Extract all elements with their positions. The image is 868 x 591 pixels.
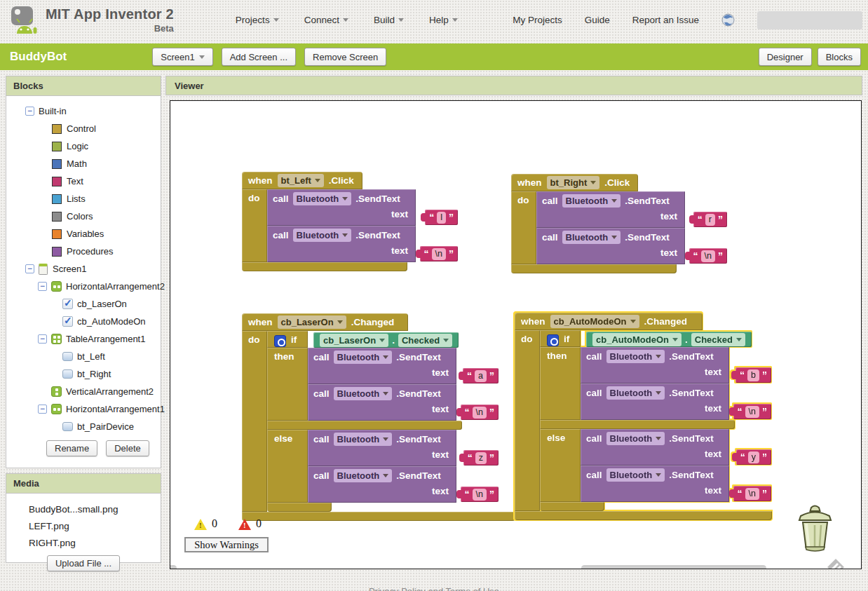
tree-item-lists[interactable]: Lists: [6, 190, 161, 208]
string-value-field[interactable]: r: [705, 214, 715, 226]
tree-item-tablearrangement1[interactable]: TableArrangement1: [6, 330, 161, 348]
designer-view-button[interactable]: Designer: [759, 48, 812, 66]
media-file[interactable]: RIGHT.png: [6, 534, 161, 551]
screen-selector-button[interactable]: Screen1: [152, 48, 212, 66]
account-menu[interactable]: [757, 11, 862, 29]
component-dropdown[interactable]: Bluetooth: [606, 350, 665, 363]
tree-collapse-icon[interactable]: [38, 282, 47, 291]
component-dropdown[interactable]: Bluetooth: [293, 192, 352, 205]
text-string-block[interactable]: \n: [733, 404, 771, 419]
tree-collapse-icon[interactable]: [25, 107, 34, 116]
component-dropdown[interactable]: Bluetooth: [334, 387, 393, 400]
call-block[interactable]: call Bluetooth .SendText text z: [308, 430, 456, 466]
text-string-block[interactable]: \n: [461, 487, 499, 502]
blocks-view-button[interactable]: Blocks: [818, 48, 861, 66]
remove-screen-button[interactable]: Remove Screen: [304, 48, 386, 66]
footer-link[interactable]: Privacy Policy and Terms of Use: [0, 586, 868, 591]
component-dropdown[interactable]: Bluetooth: [334, 351, 393, 364]
event-block-cb-automodeon-changed[interactable]: when cb_AutoModeOn .Changed do if cb_Aut…: [515, 313, 772, 520]
call-block[interactable]: call Bluetooth .SendText text b: [581, 347, 729, 383]
menu-connect[interactable]: Connect: [304, 15, 348, 25]
text-string-block[interactable]: r: [693, 212, 727, 227]
component-dropdown[interactable]: cb_LaserOn: [320, 334, 388, 347]
tree-item-logic[interactable]: Logic: [6, 137, 161, 155]
text-string-block[interactable]: \n: [420, 246, 458, 261]
property-getter-block[interactable]: cb_LaserOn . Checked: [313, 332, 459, 348]
call-block[interactable]: call Bluetooth .SendText text l: [267, 189, 416, 226]
component-dropdown[interactable]: Bluetooth: [606, 386, 665, 400]
property-dropdown[interactable]: Checked: [691, 333, 745, 346]
event-block-bt-left-click[interactable]: when bt_Left .Click do call Bluetooth .S…: [242, 172, 416, 271]
add-screen-button[interactable]: Add Screen ...: [222, 48, 296, 66]
nav-report-issue[interactable]: Report an Issue: [632, 15, 699, 25]
tree-item-horizontalarrangement1[interactable]: HorizontalArrangement1: [6, 400, 161, 418]
tree-item-procedures[interactable]: Procedures: [6, 243, 161, 260]
horizontal-scrollbar-thumb[interactable]: [581, 565, 766, 569]
string-value-field[interactable]: \n: [745, 488, 759, 500]
call-block[interactable]: call Bluetooth .SendText text \n: [536, 228, 685, 264]
tree-collapse-icon[interactable]: [38, 405, 47, 414]
call-block[interactable]: call Bluetooth .SendText text \n: [581, 466, 729, 502]
tree-item-screen1[interactable]: Screen1: [6, 260, 161, 278]
nav-guide[interactable]: Guide: [585, 15, 610, 25]
upload-file-button[interactable]: Upload File ...: [47, 555, 120, 571]
call-block[interactable]: call Bluetooth .SendText text a: [308, 348, 456, 384]
horizontal-scrollbar-stub[interactable]: [170, 565, 177, 569]
event-block-cb-laseron-changed[interactable]: when cb_LaserOn .Changed do if cb_LaserO…: [242, 313, 515, 521]
text-string-block[interactable]: \n: [461, 405, 499, 420]
component-dropdown[interactable]: Bluetooth: [293, 229, 352, 242]
component-dropdown[interactable]: cb_AutoModeOn: [550, 315, 639, 328]
globe-icon[interactable]: [721, 13, 735, 27]
text-string-block[interactable]: \n: [733, 486, 771, 501]
string-value-field[interactable]: \n: [473, 407, 487, 419]
component-dropdown[interactable]: bt_Left: [278, 174, 324, 187]
text-string-block[interactable]: y: [736, 449, 771, 465]
component-dropdown[interactable]: Bluetooth: [562, 231, 621, 244]
menu-help[interactable]: Help: [429, 15, 458, 25]
call-block[interactable]: call Bluetooth .SendText text r: [536, 191, 685, 228]
tree-item-control[interactable]: Control: [6, 120, 161, 137]
string-value-field[interactable]: \n: [745, 406, 759, 418]
tree-item-bt-left[interactable]: bt_Left: [6, 348, 161, 365]
tree-item-bt-pairdevice[interactable]: bt_PairDevice: [6, 418, 161, 435]
error-counter[interactable]: 0: [238, 517, 262, 530]
text-string-block[interactable]: \n: [689, 248, 727, 264]
menu-build[interactable]: Build: [374, 15, 404, 25]
call-block[interactable]: call Bluetooth .SendText text \n: [308, 466, 456, 503]
event-block-bt-right-click[interactable]: when bt_Right .Click do call Bluetooth .…: [511, 174, 685, 273]
if-else-block[interactable]: if cb_LaserOn . Checked then call Blueto…: [267, 331, 462, 512]
string-value-field[interactable]: a: [475, 370, 487, 382]
property-getter-block[interactable]: cb_AutoModeOn . Checked: [586, 332, 752, 347]
show-warnings-button[interactable]: Show Warnings: [184, 537, 269, 552]
tree-item-horizontalarrangement2[interactable]: HorizontalArrangement2: [6, 278, 161, 295]
blocks-canvas[interactable]: when bt_Left .Click do call Bluetooth .S…: [170, 100, 862, 569]
rename-button[interactable]: Rename: [46, 440, 97, 456]
component-dropdown[interactable]: Bluetooth: [334, 469, 393, 482]
tree-item-verticalarrangement2[interactable]: VerticalArrangement2: [6, 383, 161, 400]
component-dropdown[interactable]: Bluetooth: [334, 433, 393, 446]
string-value-field[interactable]: z: [475, 452, 487, 464]
string-value-field[interactable]: \n: [432, 248, 446, 260]
warning-counter[interactable]: 0: [194, 517, 217, 530]
if-else-block[interactable]: if cb_AutoModeOn . Checked then call Blu…: [540, 330, 752, 511]
trash-can-icon[interactable]: [793, 502, 836, 555]
string-value-field[interactable]: l: [437, 212, 446, 224]
component-dropdown[interactable]: Bluetooth: [606, 432, 665, 445]
call-block[interactable]: call Bluetooth .SendText text \n: [308, 384, 456, 421]
string-value-field[interactable]: b: [747, 369, 759, 381]
tree-item-math[interactable]: Math: [6, 155, 161, 172]
tree-item-colors[interactable]: Colors: [6, 208, 161, 225]
media-file[interactable]: BuddyBot...small.png: [6, 501, 161, 517]
call-block[interactable]: call Bluetooth .SendText text y: [581, 429, 729, 466]
call-block[interactable]: call Bluetooth .SendText text \n: [581, 383, 729, 420]
component-dropdown[interactable]: Bluetooth: [606, 468, 665, 482]
app-inventor-logo-icon[interactable]: [11, 6, 39, 35]
tree-collapse-icon[interactable]: [25, 264, 34, 273]
component-dropdown[interactable]: cb_LaserOn: [278, 315, 346, 329]
tree-collapse-icon[interactable]: [38, 334, 47, 344]
tree-item-variables[interactable]: Variables: [6, 225, 161, 243]
mutator-gear-icon[interactable]: [547, 334, 559, 346]
property-dropdown[interactable]: Checked: [398, 334, 452, 347]
text-string-block[interactable]: b: [735, 367, 771, 383]
string-value-field[interactable]: \n: [473, 489, 487, 501]
